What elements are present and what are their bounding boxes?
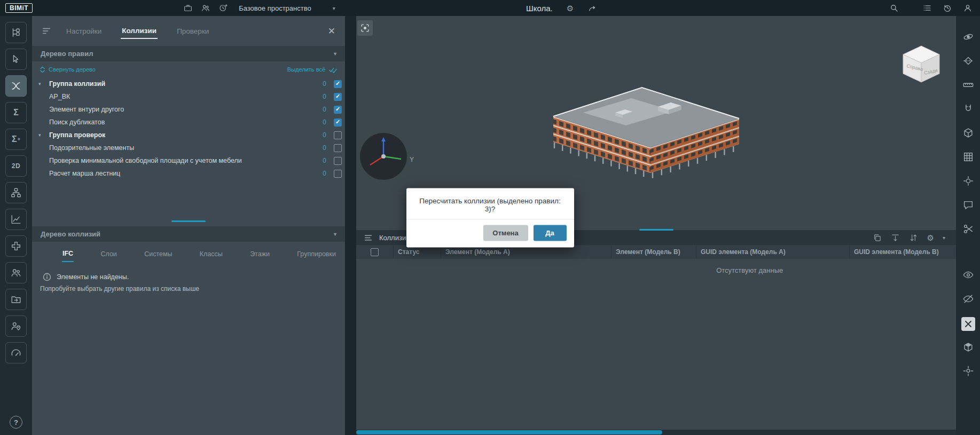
rule-checkbox[interactable] [334, 131, 342, 139]
tab-checks[interactable]: Проверки [176, 24, 210, 38]
orbit-icon[interactable] [962, 31, 974, 43]
hierarchy-icon[interactable] [5, 182, 27, 203]
cancel-button[interactable]: Отмена [483, 225, 528, 241]
rules-panel: Настройки Коллизии Проверки ✕ Дерево пра… [32, 16, 345, 435]
tab-collisions[interactable]: Коллизии [121, 23, 158, 39]
clear-selection-icon[interactable] [961, 317, 975, 331]
tab-layers[interactable]: Слои [100, 247, 117, 262]
solid-cube-icon[interactable] [962, 341, 974, 353]
cube-icon[interactable] [962, 127, 974, 139]
panel-resize-handle[interactable] [171, 220, 206, 222]
select-all-checkbox[interactable] [371, 248, 379, 256]
grid-icon[interactable] [962, 151, 974, 163]
rule-checkbox[interactable] [334, 106, 342, 114]
2d-view-icon[interactable]: 2D [5, 155, 27, 177]
collapse-tree-link[interactable]: Свернуть дерево [40, 66, 96, 73]
sort-arrows-icon[interactable] [909, 233, 919, 242]
fit-columns-icon[interactable] [891, 233, 900, 242]
projects-icon[interactable] [183, 3, 193, 13]
building-model[interactable] [551, 83, 743, 190]
project-settings-gear-icon[interactable]: ⚙ [567, 4, 574, 12]
rules-tree-header[interactable]: Дерево правил ▾ [32, 46, 345, 61]
close-icon[interactable]: ✕ [328, 27, 335, 36]
rule-row[interactable]: Элемент внтури другого 0 [32, 103, 345, 116]
tab-floors[interactable]: Этажи [249, 247, 270, 262]
rule-row[interactable]: Проверка минимальной свободной площади с… [32, 154, 345, 167]
rule-checkbox[interactable] [334, 118, 342, 126]
eye-icon[interactable] [962, 269, 974, 281]
copy-icon[interactable] [873, 233, 882, 242]
magnet-icon[interactable] [962, 103, 974, 115]
teams-icon[interactable] [201, 3, 210, 13]
focus-model-button[interactable] [357, 20, 373, 36]
chart-icon[interactable] [5, 209, 27, 230]
dashboard-icon[interactable] [5, 342, 27, 363]
ruler-icon[interactable] [962, 79, 974, 91]
axes-gizmo[interactable]: Y [359, 132, 418, 181]
tab-systems[interactable]: Системы [144, 247, 173, 262]
recent-clock-icon[interactable] [218, 3, 228, 13]
history-icon[interactable] [943, 3, 952, 13]
clip-scissors-icon[interactable] [962, 223, 974, 235]
rule-label: Расчет марша лестниц [49, 170, 120, 177]
rule-count: 0 [323, 118, 326, 126]
app-logo[interactable]: BIMiT [5, 3, 33, 13]
rule-label: Элемент внтури другого [49, 106, 124, 113]
scrollbar-thumb[interactable] [356, 430, 662, 434]
select-cursor-icon[interactable] [5, 49, 27, 70]
comment-icon[interactable] [962, 199, 974, 211]
help-button[interactable]: ? [10, 416, 22, 429]
rule-row[interactable]: Расчет марша лестниц 0 [32, 167, 345, 180]
panel-menu-icon[interactable] [42, 26, 51, 36]
share-icon[interactable] [587, 3, 597, 13]
profile-icon[interactable] [963, 3, 973, 13]
panel-title: Коллизии [379, 234, 410, 242]
tab-ifc[interactable]: IFC [62, 246, 74, 262]
panel-menu-icon[interactable] [364, 233, 373, 242]
tab-groupings[interactable]: Группировки [296, 247, 336, 262]
rule-checkbox[interactable] [334, 80, 342, 88]
focus-target-icon[interactable] [962, 175, 974, 187]
workspace-selector[interactable]: Базовое пространство ▾ [239, 4, 335, 12]
rule-row[interactable]: АР_ВК 0 [32, 90, 345, 103]
topbar-right-tools [889, 0, 973, 16]
horizontal-scrollbar[interactable] [356, 430, 956, 435]
eye-off-icon[interactable] [962, 293, 974, 305]
dialog-message: Пересчитать коллизии (выделено правил: 3… [406, 188, 574, 219]
header-cell-guid-a[interactable]: GUID элемента (Модель A) [696, 245, 850, 259]
tab-classes[interactable]: Классы [199, 247, 223, 262]
chevron-down-icon[interactable]: ▾ [38, 132, 46, 138]
sum-icon[interactable]: Σ [5, 102, 27, 123]
panel-resize-handle[interactable] [639, 229, 673, 231]
rule-row[interactable]: ▾ Группа проверок 0 [32, 129, 345, 141]
rule-checkbox[interactable] [334, 93, 342, 101]
tab-settings[interactable]: Настройки [65, 24, 103, 38]
rule-checkbox[interactable] [334, 157, 342, 165]
rule-row[interactable]: ▾ Группа коллизий 0 [32, 77, 345, 90]
confirm-button[interactable]: Да [534, 225, 567, 241]
rule-checkbox[interactable] [334, 170, 342, 178]
export-folder-icon[interactable] [5, 289, 27, 310]
chevron-down-icon[interactable]: ▾ [943, 235, 945, 241]
rule-count: 0 [323, 93, 326, 100]
user-location-icon[interactable] [5, 315, 27, 337]
rule-row[interactable]: Подозрительные элементы 0 [32, 141, 345, 154]
header-cell-element-b[interactable]: Элемент (Модель B) [611, 245, 696, 259]
view-cube[interactable]: Справа Сзади [896, 41, 947, 85]
select-all-link[interactable]: Выделить всё [287, 66, 338, 73]
chevron-down-icon[interactable]: ▾ [38, 81, 46, 86]
collisions-icon[interactable] [5, 75, 27, 97]
header-cell-guid-b[interactable]: GUID элемента (Модель B) [850, 245, 956, 259]
team-icon[interactable] [5, 262, 27, 283]
rule-checkbox[interactable] [334, 144, 342, 152]
model-structure-icon[interactable] [5, 22, 27, 43]
transform-cube-icon[interactable] [962, 365, 974, 377]
journal-list-icon[interactable] [922, 3, 932, 13]
sum-plus-icon[interactable]: Σ+ [5, 129, 27, 150]
section-box-icon[interactable] [962, 55, 974, 67]
table-settings-gear-icon[interactable]: ⚙ [927, 234, 934, 242]
rule-row[interactable]: Поиск дубликатов 0 [32, 116, 345, 129]
search-icon[interactable] [889, 3, 899, 13]
collisions-tree-header[interactable]: Дерево коллизий ▾ [32, 226, 345, 242]
plugin-icon[interactable] [5, 235, 27, 257]
